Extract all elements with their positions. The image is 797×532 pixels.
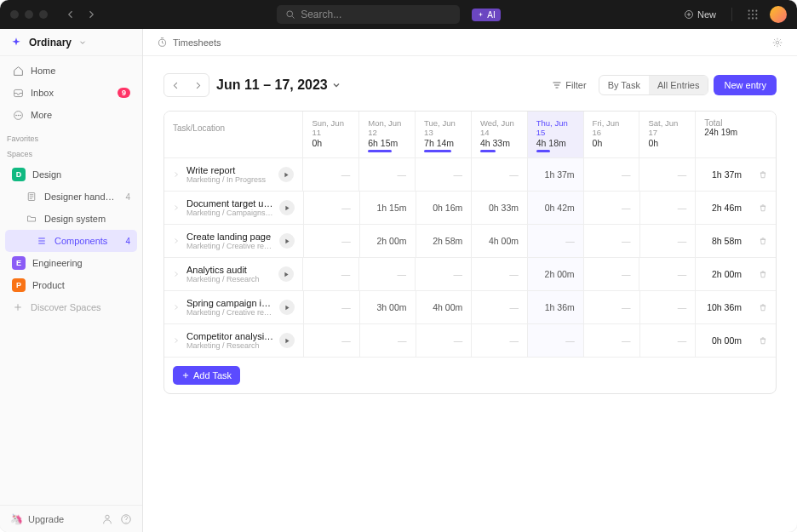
list-components[interactable]: Components 4 xyxy=(5,230,137,252)
time-cell-empty[interactable]: — xyxy=(640,192,697,224)
ai-button[interactable]: AI xyxy=(472,9,500,21)
play-button[interactable] xyxy=(279,333,295,348)
time-cell-empty[interactable]: — xyxy=(584,158,640,191)
time-cell[interactable]: 1h 37m xyxy=(528,158,584,191)
traffic-min[interactable] xyxy=(25,10,33,19)
apps-menu[interactable] xyxy=(744,6,761,23)
date-range-picker[interactable]: Jun 11 – 17, 2023 xyxy=(216,77,341,93)
sidebar-item-more[interactable]: More xyxy=(5,104,137,126)
time-cell-empty[interactable]: — xyxy=(359,258,416,290)
time-cell-empty[interactable]: — xyxy=(472,258,528,290)
time-cell[interactable]: 0h 16m xyxy=(416,192,473,224)
task-name[interactable]: Spring campaign imag... xyxy=(186,298,274,308)
prev-week-button[interactable] xyxy=(166,76,185,94)
time-cell[interactable]: 3h 00m xyxy=(360,291,416,323)
time-cell-empty[interactable]: — xyxy=(472,291,528,323)
task-name[interactable]: Write report xyxy=(186,165,273,175)
discover-spaces[interactable]: Discover Spaces xyxy=(5,296,137,318)
list-design-system[interactable]: Design system xyxy=(5,208,137,230)
new-entry-button[interactable]: New entry xyxy=(714,75,777,95)
time-cell-empty[interactable]: — xyxy=(640,324,697,357)
time-cell-empty[interactable]: — xyxy=(304,324,360,357)
delete-button[interactable] xyxy=(750,258,776,290)
forward-button[interactable] xyxy=(82,5,100,24)
delete-button[interactable] xyxy=(750,291,776,323)
expand-toggle[interactable] xyxy=(173,304,181,311)
new-button[interactable]: New xyxy=(677,9,723,20)
time-cell-empty[interactable]: — xyxy=(472,158,528,191)
next-week-button[interactable] xyxy=(188,76,207,94)
allentries-tab[interactable]: All Entries xyxy=(649,76,708,94)
delete-button[interactable] xyxy=(750,158,776,191)
play-button[interactable] xyxy=(279,200,295,215)
time-cell-empty[interactable]: — xyxy=(472,324,528,357)
time-cell-empty[interactable]: — xyxy=(304,225,360,257)
time-cell-empty[interactable]: — xyxy=(584,225,640,257)
time-cell-empty[interactable]: — xyxy=(304,291,360,323)
expand-toggle[interactable] xyxy=(173,271,181,277)
time-cell[interactable]: 1h 15m xyxy=(360,192,416,224)
sidebar-item-home[interactable]: Home xyxy=(5,60,137,82)
filter-button[interactable]: Filter xyxy=(545,76,593,94)
time-cell[interactable]: 1h 36m xyxy=(528,291,584,323)
task-name[interactable]: Competitor analysis doc xyxy=(186,331,274,341)
time-cell-empty[interactable]: — xyxy=(528,324,584,357)
traffic-close[interactable] xyxy=(10,10,19,19)
time-cell-empty[interactable]: — xyxy=(640,291,697,323)
space-product[interactable]: P Product xyxy=(5,274,137,296)
time-cell-empty[interactable]: — xyxy=(639,158,696,191)
task-name[interactable]: Analytics audit xyxy=(186,265,273,275)
time-cell[interactable]: 2h 58m xyxy=(416,225,473,257)
task-name[interactable]: Document target users xyxy=(186,198,274,209)
time-cell-empty[interactable]: — xyxy=(416,324,473,357)
workspace-switcher[interactable]: Ordinary xyxy=(0,29,142,56)
delete-button[interactable] xyxy=(750,324,776,357)
play-button[interactable] xyxy=(278,266,294,282)
delete-button[interactable] xyxy=(750,225,776,257)
search-input[interactable]: Search... xyxy=(277,5,460,24)
expand-toggle[interactable] xyxy=(173,204,181,211)
time-cell-empty[interactable]: — xyxy=(304,192,360,224)
time-cell-empty[interactable]: — xyxy=(584,192,640,224)
avatar[interactable] xyxy=(770,6,787,23)
help-icon[interactable] xyxy=(120,513,132,525)
time-cell[interactable]: 2h 00m xyxy=(360,225,416,257)
time-cell-empty[interactable]: — xyxy=(303,258,359,290)
add-task-button[interactable]: Add Task xyxy=(173,366,240,385)
sidebar-item-inbox[interactable]: Inbox 9 xyxy=(5,82,137,104)
task-name[interactable]: Create landing page xyxy=(186,232,274,242)
space-design[interactable]: D Design xyxy=(5,163,137,186)
upgrade-link[interactable]: Upgrade xyxy=(28,514,64,524)
play-button[interactable] xyxy=(279,300,295,315)
time-cell-empty[interactable]: — xyxy=(360,324,416,357)
time-cell-empty[interactable]: — xyxy=(528,225,584,257)
expand-toggle[interactable] xyxy=(173,237,181,244)
time-cell-empty[interactable]: — xyxy=(584,291,640,323)
expand-toggle[interactable] xyxy=(173,171,181,178)
time-cell[interactable]: 4h 00m xyxy=(472,225,528,257)
play-button[interactable] xyxy=(279,233,295,249)
time-cell-empty[interactable]: — xyxy=(584,324,640,357)
time-cell-empty[interactable]: — xyxy=(416,258,472,290)
time-cell[interactable]: 4h 00m xyxy=(416,291,473,323)
time-cell[interactable]: 0h 42m xyxy=(528,192,584,224)
space-engineering[interactable]: E Engineering xyxy=(5,252,137,274)
time-cell[interactable]: 0h 33m xyxy=(472,192,528,224)
back-button[interactable] xyxy=(61,5,80,24)
play-button[interactable] xyxy=(278,167,294,182)
settings-button[interactable] xyxy=(771,37,783,49)
invite-icon[interactable] xyxy=(101,513,113,525)
time-cell-empty[interactable]: — xyxy=(359,158,416,191)
time-cell[interactable]: 2h 00m xyxy=(528,258,584,290)
bytask-tab[interactable]: By Task xyxy=(599,76,649,94)
delete-button[interactable] xyxy=(750,192,776,224)
time-cell-empty[interactable]: — xyxy=(639,258,696,290)
home-icon xyxy=(12,65,24,77)
time-cell-empty[interactable]: — xyxy=(303,158,359,191)
time-cell-empty[interactable]: — xyxy=(416,158,472,191)
expand-toggle[interactable] xyxy=(173,337,181,344)
time-cell-empty[interactable]: — xyxy=(640,225,697,257)
traffic-max[interactable] xyxy=(39,10,48,19)
time-cell-empty[interactable]: — xyxy=(584,258,640,290)
list-designer-handbook[interactable]: Designer handbook 4 xyxy=(5,186,137,208)
